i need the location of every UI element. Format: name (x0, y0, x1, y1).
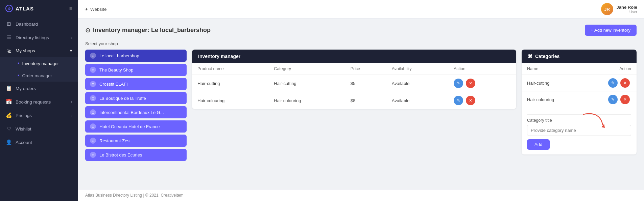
col-category: Category (268, 63, 345, 75)
website-link[interactable]: Website (90, 7, 107, 12)
cat-name: Hair-cutting (522, 75, 582, 91)
categories-table: Name Action Hair-cutting ✎ ✕ (522, 63, 637, 108)
shop-item[interactable]: ⊙ Le Bistrot des Ecuries (85, 149, 187, 161)
categories-table-body: Hair-cutting ✎ ✕ Hair colouring ✎ (522, 75, 637, 108)
sidebar-item-my-orders[interactable]: 📋 My orders (0, 82, 78, 95)
footer-text: Atlas Business Directory Listing | © 202… (85, 193, 184, 198)
sidebar-item-directory-listings[interactable]: ☰ Directory listings › (0, 31, 78, 44)
product-actions: ✎ ✕ (448, 75, 516, 92)
sidebar-item-wishlist[interactable]: ♡ Wishlist (0, 122, 78, 136)
shop-item[interactable]: ⊙ Intercontinental Bordeaux Le G... (85, 106, 187, 118)
shop-name: La Boutique de la Truffe (99, 96, 146, 101)
category-form: Category title Add (527, 114, 631, 150)
add-category-button[interactable]: Add (527, 139, 550, 150)
directory-icon: ☰ (5, 34, 12, 40)
delete-button[interactable]: ✕ (466, 96, 475, 105)
shop-item[interactable]: ⊙ Crossfit ELAFI (85, 78, 187, 90)
shop-item[interactable]: ⊙ Le local_barbershop (85, 50, 187, 62)
edit-button[interactable]: ✎ (454, 79, 463, 88)
topbar-left: ✈ Website (85, 7, 107, 12)
chevron-right-icon: › (71, 100, 72, 104)
order-manager-label: Order manager (22, 73, 52, 78)
delete-category-button[interactable]: ✕ (620, 78, 630, 88)
main-area: ✈ Website JR Jane Roie User ⊙ Inventory … (78, 0, 644, 201)
category-title-input[interactable] (527, 125, 631, 136)
shop-icon: ⊙ (90, 81, 96, 87)
inventory-panel-body: Product name Category Price Availability… (192, 63, 516, 109)
user-info: Jane Roie User (617, 5, 637, 14)
table-row: Hair colouring ✎ ✕ (522, 91, 637, 108)
col-product-name: Product name (192, 63, 268, 75)
categories-panel-body: Name Action Hair-cutting ✎ ✕ (522, 63, 637, 154)
sidebar-item-dashboard[interactable]: ⊞ Dashboard (0, 17, 78, 31)
topbar-right: JR Jane Roie User (601, 3, 637, 15)
sidebar-logo-text: ATLAS (16, 6, 34, 11)
table-row: Hair colouring Hair colouring $8 Availab… (192, 92, 516, 109)
categories-table-head: Name Action (522, 63, 637, 75)
categories-icon: ⌘ (528, 54, 532, 59)
content-header: ⊙ Inventory manager: Le local_barbershop… (85, 25, 637, 36)
product-availability: Available (386, 92, 448, 109)
chevron-down-icon: ∨ (70, 49, 72, 53)
user-role: User (617, 10, 637, 14)
product-actions: ✎ ✕ (448, 92, 516, 109)
shop-list: ⊙ Le local_barbershop ⊙ The Beauty Shop … (85, 50, 187, 161)
table-row: Hair-cutting ✎ ✕ (522, 75, 637, 91)
wishlist-icon: ♡ (5, 126, 12, 132)
categories-panel: ⌘ Categories Name Action Hair (522, 50, 637, 154)
sidebar-header: ⊙ ATLAS ≡ (0, 0, 78, 17)
sidebar-item-order-manager[interactable]: Order manager (14, 69, 78, 82)
delete-category-button[interactable]: ✕ (620, 95, 630, 104)
edit-button[interactable]: ✎ (454, 96, 463, 105)
shop-item[interactable]: ⊙ The Beauty Shop (85, 64, 187, 76)
cat-name: Hair colouring (522, 91, 582, 108)
col-cat-name: Name (522, 63, 582, 75)
shop-name: The Beauty Shop (99, 67, 133, 73)
shop-name: Crossfit ELAFI (99, 82, 128, 87)
shop-icon: ⊙ (90, 152, 96, 158)
dashboard-icon: ⊞ (5, 21, 12, 27)
hamburger-icon[interactable]: ≡ (69, 5, 72, 11)
sidebar-item-account[interactable]: 👤 Account (0, 136, 78, 149)
send-icon: ✈ (85, 7, 88, 12)
add-arrow-indicator (580, 111, 607, 130)
product-price: $5 (345, 75, 386, 92)
sidebar-item-my-shops[interactable]: 🛍 My shops ∨ (0, 44, 78, 57)
shop-name: Intercontinental Bordeaux Le G... (99, 110, 164, 115)
edit-category-button[interactable]: ✎ (608, 78, 618, 88)
avatar: JR (601, 3, 613, 15)
product-availability: Available (386, 75, 448, 92)
table-row: Hair-cutting Hair-cutting $5 Available ✎… (192, 75, 516, 92)
shop-icon: ⊙ (90, 123, 96, 130)
category-form-section: Category title Add (522, 114, 637, 154)
shop-name: Restaurant Zest (99, 138, 131, 143)
sidebar-item-label: My orders (16, 86, 36, 91)
inventory-table: Product name Category Price Availability… (192, 63, 516, 109)
sidebar-item-label: Pricings (16, 113, 32, 118)
categories-title: Categories (535, 54, 559, 59)
sidebar-item-label: Wishlist (16, 126, 31, 132)
shop-icon: ⊙ (90, 53, 96, 59)
add-new-inventory-button[interactable]: + Add new inventory (585, 25, 637, 36)
sidebar-logo: ⊙ ATLAS (5, 5, 34, 12)
sidebar-item-pricings[interactable]: 💰 Pricings › (0, 109, 78, 122)
my-shops-submenu: Inventory manager Order manager (0, 57, 78, 82)
sidebar-item-label: Dashboard (16, 22, 38, 27)
product-name: Hair-cutting (192, 75, 268, 92)
sidebar-item-inventory-manager[interactable]: Inventory manager (14, 57, 78, 69)
svg-marker-0 (601, 124, 605, 128)
edit-category-button[interactable]: ✎ (608, 95, 618, 104)
shop-item[interactable]: ⊙ La Boutique de la Truffe (85, 92, 187, 104)
col-cat-action: Action (582, 63, 637, 75)
delete-button[interactable]: ✕ (466, 79, 475, 88)
shops-icon: 🛍 (5, 48, 12, 54)
categories-panel-header: ⌘ Categories (522, 50, 637, 63)
inventory-panel: Inventory manager Product name Category … (192, 50, 516, 109)
sidebar-item-label: Directory listings (16, 35, 49, 40)
shop-item[interactable]: ⊙ Restaurant Zest (85, 135, 187, 147)
sidebar-item-label: Account (16, 140, 32, 145)
sidebar-item-booking-requests[interactable]: 📅 Booking requests › (0, 95, 78, 109)
shop-item[interactable]: ⊙ Hotel Oceania Hotel de France (85, 120, 187, 133)
pricings-icon: 💰 (5, 112, 12, 118)
inventory-manager-label: Inventory manager (22, 61, 59, 66)
